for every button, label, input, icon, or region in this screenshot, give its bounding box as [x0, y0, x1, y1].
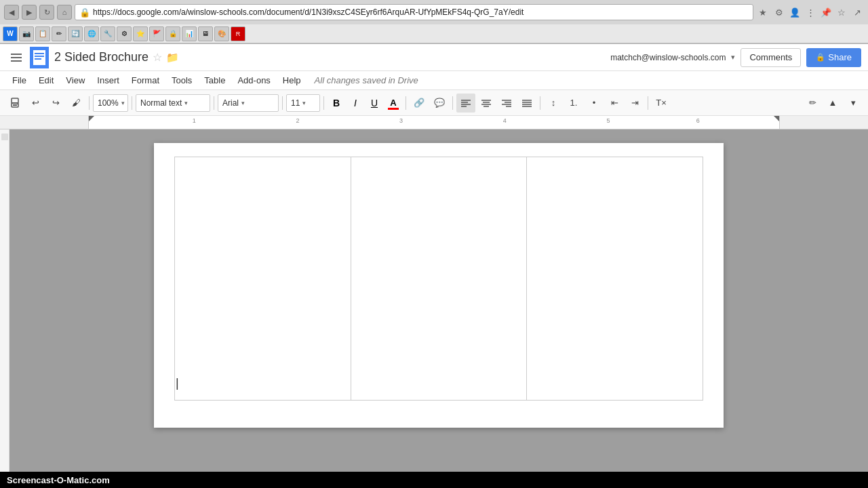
italic-button[interactable]: I — [347, 94, 364, 112]
doc-title[interactable]: 2 Sided Brochure — [54, 50, 149, 64]
ext-screen-icon[interactable]: 🖥 — [198, 26, 213, 41]
text-color-button[interactable]: A — [384, 94, 402, 112]
ext-clipboard-icon[interactable]: 📋 — [35, 26, 50, 41]
menu-tools[interactable]: Tools — [166, 73, 197, 87]
clear-formatting-button[interactable]: T× — [652, 94, 671, 113]
align-right-button[interactable] — [497, 94, 516, 113]
increase-indent-button[interactable]: ⇥ — [625, 94, 644, 113]
redo-button[interactable]: ↪ — [46, 94, 65, 113]
user-dropdown-arrow[interactable]: ▾ — [731, 53, 735, 62]
menu-table[interactable]: Table — [199, 73, 231, 87]
ruler-left-indent[interactable] — [89, 116, 94, 121]
nav-back-button[interactable]: ◀ — [4, 5, 19, 20]
browser-menu-icon[interactable]: ⋮ — [804, 5, 817, 19]
sidebar-icon-1[interactable] — [1, 134, 8, 140]
zoom-dropdown[interactable]: 100% ▾ — [93, 94, 128, 112]
browser-star-icon[interactable]: ☆ — [835, 5, 848, 19]
ruler-num-2: 2 — [296, 117, 299, 124]
ruler-num-3: 3 — [399, 117, 403, 124]
comment-button[interactable]: 💬 — [430, 94, 449, 113]
screencast-bar: Screencast-O-Matic.com — [0, 472, 868, 488]
share-button[interactable]: 🔒 Share — [806, 48, 861, 67]
svg-rect-2 — [35, 56, 44, 57]
print-button[interactable] — [5, 94, 24, 113]
table-cell-2[interactable] — [351, 157, 527, 401]
nav-home-button[interactable]: ⌂ — [57, 5, 72, 20]
browser-pin-icon[interactable]: 📌 — [819, 5, 833, 19]
ext-sync-icon[interactable]: 🔄 — [68, 26, 83, 41]
ruler-num-5: 5 — [607, 117, 610, 124]
document-table[interactable] — [174, 157, 703, 401]
bulleted-list-button[interactable]: • — [585, 94, 604, 113]
ext-tool-icon[interactable]: 🔧 — [100, 26, 115, 41]
ext-gear-icon[interactable]: ⚙ — [117, 26, 132, 41]
underline-button[interactable]: U — [366, 94, 383, 112]
bookmark-button[interactable]: ★ — [756, 5, 770, 19]
document-canvas[interactable]: | — [9, 129, 868, 472]
align-justify-button[interactable] — [517, 94, 536, 113]
line-spacing-button[interactable]: ↕ — [544, 94, 563, 113]
ext-w-icon[interactable]: W — [3, 26, 18, 41]
menu-format[interactable]: Format — [126, 73, 165, 87]
url-input[interactable] — [93, 7, 749, 17]
table-cell-3[interactable] — [527, 157, 703, 401]
ext-lock-icon[interactable]: 🔒 — [165, 26, 180, 41]
browser-settings-icon[interactable]: ⚙ — [772, 5, 786, 19]
ext-chart-icon[interactable]: 📊 — [182, 26, 197, 41]
numbered-list-button[interactable]: 1. — [564, 94, 583, 113]
toolbar-collapse[interactable]: ▾ — [844, 94, 863, 113]
align-left-button[interactable] — [456, 94, 475, 113]
document-page[interactable]: | — [154, 143, 724, 428]
extension-bar: W 📷 📋 ✏ 🔄 🌐 🔧 ⚙ ⭐ 🚩 🔒 📊 🖥 🎨 R — [0, 24, 868, 43]
menu-insert[interactable]: Insert — [92, 73, 125, 87]
gdocs-titlebar: 2 Sided Brochure ☆ 📁 matchch@winslow-sch… — [0, 44, 868, 71]
align-center-button[interactable] — [477, 94, 496, 113]
ext-globe-icon[interactable]: 🌐 — [84, 26, 99, 41]
ext-flag-icon[interactable]: 🚩 — [149, 26, 164, 41]
link-button[interactable]: 🔗 — [410, 94, 429, 113]
address-bar[interactable]: 🔒 — [75, 4, 753, 20]
ext-palette-icon[interactable]: 🎨 — [214, 26, 229, 41]
browser-toolbar: ◀ ▶ ↻ ⌂ 🔒 ★ ⚙ 👤 ⋮ 📌 ☆ ↗ — [0, 0, 868, 24]
nav-forward-button[interactable]: ▶ — [22, 5, 37, 20]
bold-button[interactable]: B — [328, 94, 345, 112]
comments-button[interactable]: Comments — [741, 48, 801, 67]
doc-star-icon[interactable]: ☆ — [153, 51, 162, 64]
toolbar-sep-7 — [452, 96, 453, 110]
user-email: matchch@winslow-schools.com — [610, 53, 726, 62]
ext-red-icon[interactable]: R — [231, 26, 245, 41]
style-dropdown[interactable]: Normal text ▾ — [136, 94, 210, 112]
ext-camera-icon[interactable]: 📷 — [19, 26, 34, 41]
style-value: Normal text — [140, 98, 182, 108]
share-lock-icon: 🔒 — [816, 53, 825, 62]
ruler-num-6: 6 — [696, 117, 700, 124]
table-cell-1[interactable] — [175, 157, 351, 401]
menu-edit[interactable]: Edit — [33, 73, 59, 87]
ext-pen-icon[interactable]: ✏ — [52, 26, 66, 41]
menu-view[interactable]: View — [60, 73, 90, 87]
decrease-indent-button[interactable]: ⇤ — [605, 94, 624, 113]
menu-file[interactable]: File — [7, 73, 32, 87]
browser-user-icon[interactable]: 👤 — [788, 5, 802, 19]
paint-format-button[interactable]: 🖌 — [66, 94, 85, 113]
menu-help[interactable]: Help — [277, 73, 307, 87]
browser-share-icon[interactable]: ↗ — [850, 5, 864, 19]
hamburger-menu-button[interactable] — [7, 48, 26, 67]
font-dropdown[interactable]: Arial ▾ — [218, 94, 279, 112]
nav-reload-button[interactable]: ↻ — [39, 5, 54, 20]
toolbar-chevron-up[interactable]: ▲ — [823, 94, 842, 113]
font-size-dropdown[interactable]: 11 ▾ — [286, 94, 320, 112]
ext-star-icon[interactable]: ⭐ — [133, 26, 148, 41]
toolbar-edit-pencil[interactable]: ✏ — [803, 94, 822, 113]
ruler-right-indent[interactable] — [774, 116, 779, 121]
text-cursor[interactable]: | — [176, 376, 179, 390]
toolbar-sep-3 — [214, 96, 214, 110]
gdocs-header-right: matchch@winslow-schools.com ▾ Comments 🔒… — [610, 48, 861, 67]
menu-addons[interactable]: Add-ons — [232, 73, 275, 87]
page-content-area[interactable] — [154, 143, 724, 414]
toolbar-sep-6 — [406, 96, 406, 110]
toolbar-sep-8 — [540, 96, 540, 110]
doc-folder-icon[interactable]: 📁 — [166, 52, 179, 64]
undo-button[interactable]: ↩ — [26, 94, 45, 113]
svg-rect-3 — [35, 58, 41, 60]
